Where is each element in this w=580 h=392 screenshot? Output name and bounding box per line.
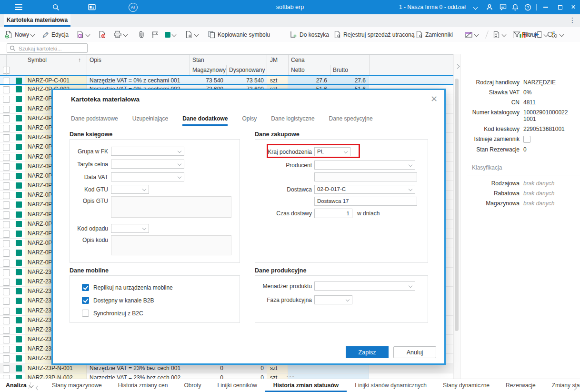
column-header-symbol[interactable]: Symbol: [28, 57, 47, 63]
column-header-netto[interactable]: Netto: [291, 67, 305, 73]
row-checkbox[interactable]: [3, 134, 10, 141]
dropdown-menadzer-produktu[interactable]: [314, 281, 415, 291]
search-icon[interactable]: [50, 0, 61, 14]
row-checkbox[interactable]: [3, 355, 10, 362]
table-row[interactable]: NARZ-23P-N-001Narzędzie VAT = 23% bez ce…: [0, 364, 453, 373]
sort-asc-icon[interactable]: ↑: [78, 57, 81, 63]
dropdown-kod-gtu[interactable]: [111, 185, 149, 194]
substitutes-button[interactable]: Zamienniki: [415, 27, 453, 42]
scrollbar-thumb[interactable]: [455, 79, 459, 331]
flag-button[interactable]: [151, 27, 159, 42]
input-czas-dostawy[interactable]: 1: [314, 209, 352, 218]
modal-close-icon[interactable]: ✕: [430, 94, 438, 104]
modal-tab-opisy[interactable]: Opisy: [242, 113, 257, 126]
row-checkbox[interactable]: [3, 144, 10, 151]
column-header-opis[interactable]: Opis: [90, 57, 101, 63]
doc-delete-button[interactable]: [98, 27, 106, 42]
row-checkbox[interactable]: [3, 336, 10, 343]
row-checkbox[interactable]: [3, 288, 10, 295]
row-checkbox[interactable]: [3, 269, 10, 276]
ai-assistant-icon[interactable]: AI: [128, 0, 138, 14]
modal-tab-dane-podstawowe[interactable]: Dane podstawowe: [71, 113, 118, 126]
color-marker-button[interactable]: [165, 27, 176, 42]
cancel-button[interactable]: Anuluj: [393, 346, 436, 358]
column-header-stan[interactable]: Stan: [192, 57, 204, 63]
dropdown-dostawca[interactable]: 02-D-017-C: [314, 185, 415, 194]
advanced-search-button[interactable]: [547, 27, 555, 42]
splitter-handle[interactable]: [284, 375, 296, 378]
print-button[interactable]: [113, 27, 127, 42]
close-icon[interactable]: ×: [567, 0, 580, 14]
checkbox-checked[interactable]: [82, 284, 89, 291]
attachment-button[interactable]: [138, 27, 145, 42]
chat-icon[interactable]: [498, 0, 508, 14]
dropdown-faza-produkcyjna[interactable]: [314, 295, 352, 304]
table-row[interactable]: NARZ-0P-C-001Narzędzie VAT = 0% z cecham…: [0, 75, 453, 85]
row-checkbox[interactable]: [3, 346, 10, 353]
textarea-opis-kodu[interactable]: [111, 235, 231, 255]
minimize-icon[interactable]: [539, 0, 552, 14]
row-checkbox[interactable]: [3, 240, 10, 247]
more-options-icon[interactable]: ⋮: [569, 16, 576, 24]
row-checkbox[interactable]: [3, 317, 10, 324]
save-button[interactable]: Zapisz: [346, 346, 389, 358]
dropdown-grupa-fk[interactable]: [111, 147, 184, 156]
column-header-cena[interactable]: Cena: [291, 57, 305, 63]
bell-icon[interactable]: [510, 0, 520, 14]
row-checkbox[interactable]: [3, 260, 10, 267]
row-checkbox[interactable]: [3, 365, 10, 372]
row-checkbox[interactable]: [3, 106, 10, 113]
row-checkbox[interactable]: [3, 231, 10, 238]
chevron-right-icon[interactable]: [454, 62, 460, 70]
dropdown-producent[interactable]: [314, 161, 415, 170]
row-checkbox[interactable]: [3, 173, 10, 180]
chevron-down-icon[interactable]: [471, 0, 479, 14]
row-checkbox[interactable]: [3, 211, 10, 219]
bottom-tab-linijki-stanów-dynamicznych[interactable]: Linijki stanów dynamicznych: [347, 379, 435, 392]
column-header-magazynowy[interactable]: Magazynowy: [192, 67, 226, 73]
user-icon[interactable]: [485, 0, 494, 14]
chevron-right-icon[interactable]: [573, 384, 576, 391]
row-checkbox[interactable]: [3, 308, 10, 315]
row-checkbox[interactable]: [3, 96, 10, 103]
chevron-left-icon[interactable]: [36, 384, 40, 391]
maximize-icon[interactable]: [553, 0, 567, 14]
bottom-tab-stany-magazynowe[interactable]: Stany magazynowe: [44, 379, 110, 392]
copy-symbol-button[interactable]: Kopiowanie symbolu: [208, 27, 270, 42]
bottom-tab-obroty[interactable]: Obroty: [176, 379, 209, 392]
row-checkbox[interactable]: [3, 375, 10, 379]
row-checkbox[interactable]: [3, 250, 10, 257]
row-checkbox[interactable]: [3, 201, 10, 209]
help-icon[interactable]: ?: [523, 0, 532, 14]
row-checkbox[interactable]: [3, 279, 10, 286]
checkbox-checked[interactable]: [82, 297, 89, 304]
hamburger-menu-icon[interactable]: [13, 0, 24, 14]
checkbox-unchecked[interactable]: [82, 310, 89, 317]
row-checkbox[interactable]: [3, 298, 10, 305]
column-header-jm[interactable]: JM: [270, 57, 278, 63]
doc-settings-button[interactable]: [185, 27, 198, 42]
table-row[interactable]: NARZ-23P-N-002Narzędzie VAT = 23% bez ce…: [0, 373, 453, 379]
edit-button[interactable]: Edycja: [42, 27, 69, 42]
zamiennik-checkbox[interactable]: [523, 136, 530, 143]
modal-tab-dane-logistyczne[interactable]: Dane logistyczne: [271, 113, 314, 126]
bottom-tab-historia-zmiany-cen[interactable]: Historia zmiany cen: [110, 379, 176, 392]
company-selector[interactable]: 1 - Nasza firma 0 - oddział: [399, 0, 466, 14]
envelope-button[interactable]: [464, 27, 478, 42]
card-view-button[interactable]: [492, 27, 506, 42]
modal-tab-dane-spedycyjne[interactable]: Dane spedycyjne: [329, 113, 373, 126]
row-checkbox[interactable]: [3, 154, 10, 161]
row-checkbox[interactable]: [3, 327, 10, 334]
bottom-tab-stany-dynamiczne[interactable]: Stany dynamiczne: [435, 379, 498, 392]
tab-kartoteka-materialowa[interactable]: Kartoteka materiałowa: [4, 14, 70, 27]
news-icon[interactable]: [87, 0, 97, 14]
row-checkbox[interactable]: [3, 182, 10, 190]
dropdown-kraj-pochodzenia[interactable]: PL: [314, 147, 350, 156]
dropdown-kod-odpadu[interactable]: [111, 224, 149, 233]
column-header-brutto[interactable]: Brutto: [333, 67, 348, 73]
textarea-opis-gtu[interactable]: [111, 196, 231, 218]
search-input[interactable]: [18, 44, 87, 53]
new-button[interactable]: Nowy: [5, 27, 34, 42]
column-header-dysponowany[interactable]: Dysponowany: [229, 67, 265, 73]
add-to-basket-button[interactable]: Do koszyka: [290, 27, 329, 42]
